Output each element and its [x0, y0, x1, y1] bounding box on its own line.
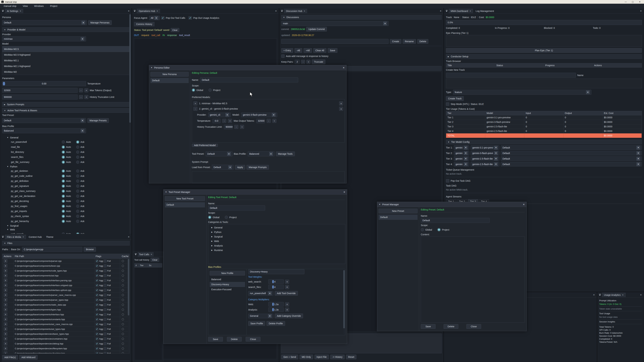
close-tab-icon[interactable]: ✕	[20, 10, 21, 12]
close-button[interactable]: Close	[466, 324, 481, 329]
active-presets-header[interactable]: ▼ Active Tool Presets & Biases	[2, 108, 130, 113]
model-list-item[interactable]: MiniMax-M2.5	[2, 46, 130, 52]
save-button[interactable]: Save	[421, 324, 436, 329]
rename-discussion-button[interactable]: Rename	[403, 39, 416, 44]
track-type-select[interactable]: feature▼	[453, 90, 591, 95]
scrollbar-thumb[interactable]	[128, 259, 129, 316]
remove-file-button[interactable]: x	[4, 288, 8, 292]
remove-override-button[interactable]: x	[285, 285, 289, 289]
max-output-increment-button[interactable]: +	[272, 119, 276, 123]
tab-discussion-hub[interactable]: Discussion Hub✕	[284, 9, 307, 13]
agg-checkbox[interactable]	[96, 279, 98, 282]
agg-checkbox[interactable]	[96, 347, 98, 350]
preset-list-item[interactable]: Default	[378, 215, 418, 220]
discussion-reset-button[interactable]: Reset	[346, 355, 356, 359]
collapse-panel-icon[interactable]	[2, 10, 4, 12]
remove-file-button[interactable]: x	[4, 274, 8, 277]
agg-checkbox[interactable]	[96, 294, 98, 297]
full-checkbox[interactable]	[104, 260, 106, 263]
category-general[interactable]: ▶General	[210, 226, 344, 229]
model-list-item[interactable]: MiniMax-M2.1-highspeed	[2, 63, 130, 69]
track-description-textarea[interactable]	[446, 79, 642, 88]
update-commit-button[interactable]: Update Commit	[306, 27, 327, 31]
tool-auto-radio[interactable]	[62, 179, 65, 183]
category-surgical[interactable]: ▶Surgical	[210, 235, 344, 239]
model-temperature-input[interactable]: -0.0	[212, 119, 220, 123]
model-listbox[interactable]: MiniMax-M2.5MiniMax-M2.5-highspeedMiniMa…	[2, 46, 130, 75]
delete-discussion-button[interactable]: Delete	[417, 39, 428, 44]
tool-weight-slider[interactable]: 4	[268, 279, 284, 284]
persona-tool-preset-select[interactable]: Default▼	[206, 151, 232, 156]
temp-increment-button[interactable]: +	[228, 119, 232, 123]
scope-global-radio[interactable]	[192, 88, 195, 92]
tool-auto-radio[interactable]	[62, 150, 65, 154]
manage-prompts-button[interactable]: Manage Prompts	[246, 165, 269, 170]
auto-add-checkbox[interactable]	[281, 54, 284, 58]
tool-ask-radio[interactable]	[76, 156, 79, 159]
tier-model-config-header[interactable]: ▼ Tier Model Config	[446, 140, 642, 144]
tool-auto-radio[interactable]	[62, 215, 65, 218]
tool-auto-radio[interactable]	[62, 161, 65, 164]
close-button[interactable]: Close	[246, 337, 260, 342]
remove-override-button[interactable]: x	[285, 308, 289, 312]
scrollbar[interactable]	[128, 259, 129, 353]
category-python[interactable]: ▶Python	[210, 230, 344, 234]
keep-pairs-input[interactable]: 2	[295, 60, 300, 64]
full-checkbox[interactable]	[104, 284, 106, 287]
tier-model-select[interactable]: gemini-2.5-flash-lite▼	[470, 156, 500, 161]
tool-ask-radio[interactable]	[76, 161, 79, 164]
model-list-item[interactable]: MiniMax-M2.1	[2, 58, 130, 63]
tab-mma-dashboard[interactable]: MMA Dashboard✕	[449, 9, 473, 13]
collapse-panel-icon[interactable]	[135, 253, 137, 255]
discussions-header[interactable]: ▼ Discussions	[281, 15, 442, 19]
manage-tools-button[interactable]: Manage Tools	[276, 151, 295, 156]
remove-file-button[interactable]: x	[4, 337, 8, 341]
remove-file-button[interactable]: x	[4, 313, 8, 316]
tool-auto-radio[interactable]	[62, 140, 65, 144]
new-tool-preset-button[interactable]: New Tool Preset	[165, 196, 205, 201]
add-tool-override-button[interactable]: Add Tool Override	[275, 291, 298, 296]
agg-checkbox[interactable]	[96, 352, 98, 354]
provider-select[interactable]: minimax▼	[2, 36, 86, 41]
reorder-model-button[interactable]: -	[193, 107, 198, 111]
history-limit-input[interactable]: 900000	[224, 125, 232, 129]
pop-out-tool-calls-checkbox[interactable]	[161, 16, 164, 19]
comms-history-tab[interactable]: Comms History	[134, 22, 154, 26]
tool-auto-radio[interactable]	[62, 205, 65, 208]
step-mode-checkbox[interactable]	[446, 102, 449, 106]
system-prompts-header[interactable]: ▶ System Prompts	[2, 102, 130, 107]
tier-provider-select[interactable]: gemini▼	[454, 145, 469, 150]
conductor-setup-header[interactable]: ▶ Conductor Setup	[446, 54, 642, 59]
slider-handle[interactable]	[3, 82, 5, 85]
keep-pairs-decrement-button[interactable]: -	[301, 60, 305, 64]
provider-model-header[interactable]: ▼ Provider & Model	[2, 27, 130, 32]
close-window-icon[interactable]: ✕	[637, 1, 643, 3]
full-checkbox[interactable]	[104, 328, 106, 331]
max-output-input[interactable]: 32000	[256, 119, 265, 123]
close-panel-icon[interactable]: ✕	[593, 294, 595, 296]
tool-ask-radio[interactable]	[76, 200, 79, 203]
window-titlebar[interactable]: manual slop — ▢ ✕	[0, 0, 644, 4]
category-multiplier-slider[interactable]: 1.5x	[268, 302, 284, 307]
discussion-select[interactable]: main▼	[281, 21, 388, 26]
tool-group-surgical[interactable]: ▼Surgical	[2, 224, 130, 228]
discussion-md-only-button[interactable]: MD Only	[300, 355, 313, 359]
menu-item-manual-slop[interactable]: manual slop	[4, 5, 16, 7]
track-name-input[interactable]	[446, 73, 576, 78]
full-checkbox[interactable]	[104, 323, 106, 326]
maximize-icon[interactable]: ▢	[630, 1, 636, 3]
load-preset-select[interactable]: Default▼	[212, 165, 234, 170]
full-checkbox[interactable]	[104, 342, 106, 345]
tool-ask-radio[interactable]	[76, 169, 79, 173]
preset-manager-titlebar[interactable]: ▼ Preset Manager ✕	[377, 202, 526, 207]
tool-ask-radio[interactable]	[76, 150, 79, 154]
tool-calls-list[interactable]	[134, 267, 162, 360]
persona-name-input[interactable]: Default	[200, 77, 298, 82]
persona-bias-select[interactable]: Balanced▼	[248, 151, 274, 156]
history-clear-all-button[interactable]: Clear All	[313, 48, 326, 53]
close-tab-icon[interactable]: ✕	[470, 10, 471, 12]
tool-auto-radio[interactable]	[62, 145, 65, 149]
remove-file-button[interactable]: x	[4, 298, 8, 302]
tool-auto-radio[interactable]	[62, 200, 65, 203]
remove-file-button[interactable]: x	[4, 293, 8, 297]
